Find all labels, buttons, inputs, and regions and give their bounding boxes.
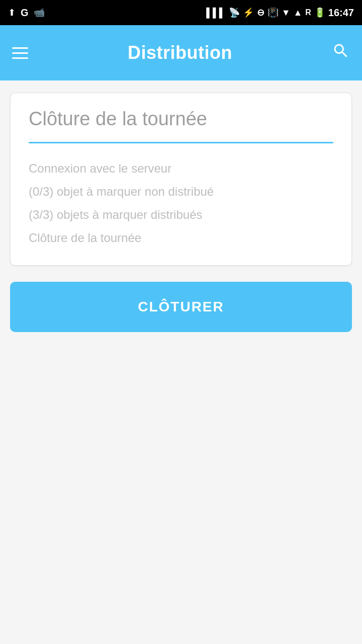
menu-button[interactable] xyxy=(12,47,28,59)
card-item-distribues: (3/3) objets à marquer distribués xyxy=(29,208,333,222)
barcode-icon: ▌▌▌ xyxy=(206,8,225,18)
card-divider xyxy=(29,142,333,143)
status-bar-right: ▌▌▌ 📡 ⚡ ⊖ 📳 ▼ ▲ R 🔋 16:47 xyxy=(206,7,354,19)
search-icon[interactable] xyxy=(332,42,350,64)
wifi-icon: ▼ xyxy=(282,8,291,18)
card-item-cloture: Clôture de la tournée xyxy=(29,231,333,245)
cloture-card: Clôture de la tournée Connexion avec le … xyxy=(10,93,352,266)
card-item-connexion: Connexion avec le serveur xyxy=(29,162,333,176)
video-icon: 📹 xyxy=(34,7,45,18)
app-bar-title: Distribution xyxy=(128,42,232,63)
hamburger-line-3 xyxy=(12,57,28,59)
upload-icon: ⬆ xyxy=(8,7,16,18)
vibrate-icon: 📳 xyxy=(267,7,279,18)
hamburger-line-1 xyxy=(12,47,28,49)
cast-icon: 📡 xyxy=(229,7,240,18)
minus-circle-icon: ⊖ xyxy=(257,7,264,18)
status-time: 16:47 xyxy=(328,7,354,19)
hamburger-line-2 xyxy=(12,52,28,54)
status-bar-left: ⬆ G 📹 xyxy=(8,7,45,19)
battery-icon: 🔋 xyxy=(314,7,325,18)
main-content: Clôture de la tournée Connexion avec le … xyxy=(0,80,362,644)
cloture-button[interactable]: CLÔTURER xyxy=(10,282,352,332)
card-item-non-distribue: (0/3) objet à marquer non distribué xyxy=(29,185,333,199)
card-items: Connexion avec le serveur (0/3) objet à … xyxy=(29,162,333,245)
signal-icon: ▲ xyxy=(293,8,302,18)
card-title: Clôture de la tournée xyxy=(29,108,333,130)
google-icon: G xyxy=(21,7,29,19)
bluetooth-icon: ⚡ xyxy=(243,7,254,18)
r-icon: R xyxy=(305,8,311,17)
app-bar: Distribution xyxy=(0,25,362,80)
status-bar: ⬆ G 📹 ▌▌▌ 📡 ⚡ ⊖ 📳 ▼ ▲ R 🔋 16:47 xyxy=(0,0,362,25)
